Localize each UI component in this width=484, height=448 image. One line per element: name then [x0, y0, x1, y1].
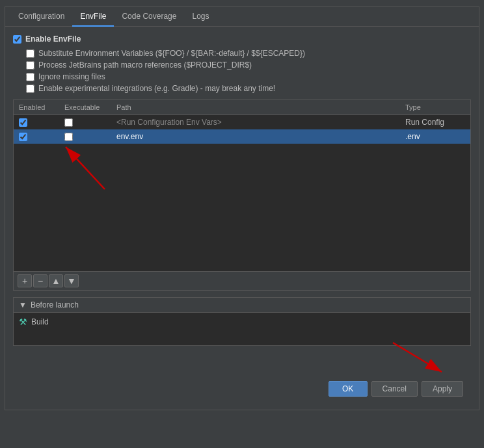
option-row-2: Ignore missing files: [13, 71, 471, 83]
enable-envfile-checkbox[interactable]: [13, 35, 21, 44]
button-row: OK Cancel Apply: [13, 375, 471, 403]
option-row-3: Enable experimental integrations (e.g. G…: [13, 83, 471, 94]
table-toolbar: + − ▲ ▼: [14, 271, 470, 290]
apply-button[interactable]: Apply: [422, 381, 463, 397]
cell-type-1: .env: [403, 131, 468, 142]
tab-code-coverage[interactable]: Code Coverage: [114, 7, 184, 27]
option-label-3: Enable experimental integrations (e.g. G…: [38, 84, 275, 93]
option-row-1: Process JetBrains path macro references …: [13, 59, 471, 71]
cell-enabled-0: [16, 117, 62, 128]
before-launch-label: Before launch: [31, 300, 79, 310]
svg-line-3: [393, 343, 442, 372]
row0-executable-checkbox[interactable]: [64, 118, 73, 127]
before-launch-chevron: ▼: [19, 300, 27, 310]
build-label: Build: [31, 317, 49, 326]
arrow-annotation: [14, 144, 470, 196]
col-executable: Executable: [62, 102, 114, 112]
col-path: Path: [114, 102, 403, 112]
option-checkbox-2[interactable]: [26, 73, 34, 81]
remove-button[interactable]: −: [33, 274, 47, 287]
tab-configuration[interactable]: Configuration: [10, 7, 72, 27]
col-enabled: Enabled: [16, 102, 62, 112]
enable-envfile-row: Enable EnvFile: [13, 33, 471, 45]
row1-enabled-checkbox[interactable]: [19, 133, 27, 141]
option-label-2: Ignore missing files: [38, 72, 105, 81]
col-type: Type: [403, 102, 468, 112]
option-row-0: Substitute Environment Variables (${FOO}…: [13, 47, 471, 59]
move-up-button[interactable]: ▲: [49, 274, 63, 287]
option-label-0: Substitute Environment Variables (${FOO}…: [38, 49, 305, 58]
before-launch-header[interactable]: ▼ Before launch: [14, 298, 470, 313]
red-arrow-svg: [40, 137, 137, 202]
ok-button[interactable]: OK: [329, 381, 368, 397]
tab-envfile[interactable]: EnvFile: [72, 7, 114, 27]
table-row[interactable]: <Run Configuration Env Vars> Run Config: [14, 115, 470, 129]
cell-path-1: env.env: [114, 131, 403, 142]
cell-type-0: Run Config: [403, 116, 468, 128]
dialog: Configuration EnvFile Code Coverage Logs…: [5, 7, 479, 410]
table-header: Enabled Executable Path Type: [14, 100, 470, 115]
option-checkbox-1[interactable]: [26, 61, 34, 70]
env-table: Enabled Executable Path Type <Run Config…: [13, 99, 471, 291]
bottom-arrow-area: [13, 346, 471, 372]
cell-executable-0: [62, 117, 114, 128]
enable-envfile-label: Enable EnvFile: [25, 34, 81, 44]
svg-line-1: [66, 147, 105, 189]
build-icon: ⚒: [19, 317, 27, 327]
option-label-1: Process JetBrains path macro references …: [38, 60, 252, 70]
option-checkbox-0[interactable]: [26, 49, 34, 58]
before-launch-section: ▼ Before launch ⚒ Build: [13, 297, 471, 346]
tab-bar: Configuration EnvFile Code Coverage Logs: [5, 7, 479, 27]
row0-enabled-checkbox[interactable]: [19, 118, 27, 127]
option-checkbox-3[interactable]: [26, 85, 34, 93]
table-body: <Run Configuration Env Vars> Run Config …: [14, 115, 470, 271]
cancel-button[interactable]: Cancel: [371, 381, 418, 397]
bottom-red-arrow-svg: [380, 339, 458, 378]
add-button[interactable]: +: [18, 274, 32, 287]
build-item: ⚒ Build: [16, 315, 468, 328]
cell-path-0: <Run Configuration Env Vars>: [114, 116, 403, 128]
envfile-content: Enable EnvFile Substitute Environment Va…: [5, 27, 479, 410]
move-down-button[interactable]: ▼: [64, 274, 79, 287]
tab-logs[interactable]: Logs: [184, 7, 217, 27]
